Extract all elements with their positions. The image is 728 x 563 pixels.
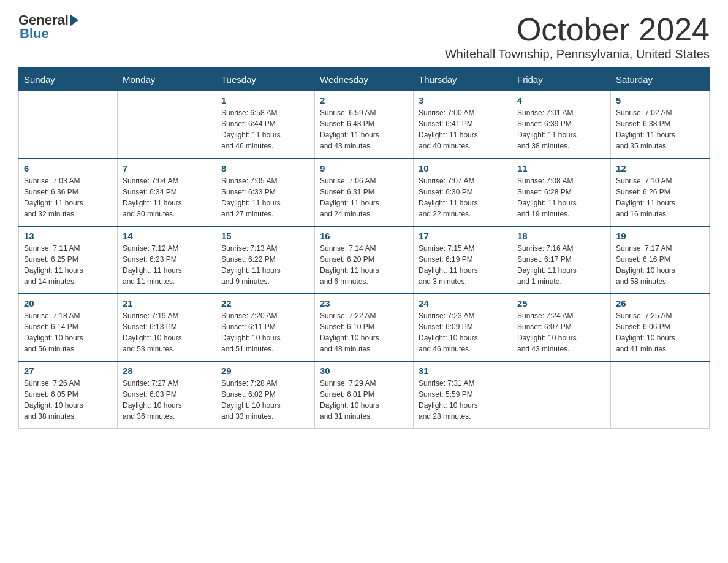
day-info: Sunrise: 7:12 AMSunset: 6:23 PMDaylight:… bbox=[123, 243, 211, 287]
logo-arrow-icon bbox=[70, 14, 78, 26]
day-info: Sunrise: 7:06 AMSunset: 6:31 PMDaylight:… bbox=[320, 175, 408, 220]
calendar-cell: 5Sunrise: 7:02 AMSunset: 6:38 PMDaylight… bbox=[611, 91, 710, 159]
calendar-cell bbox=[611, 361, 710, 429]
calendar-cell: 31Sunrise: 7:31 AMSunset: 5:59 PMDayligh… bbox=[414, 361, 512, 429]
day-number: 21 bbox=[123, 298, 211, 308]
calendar-cell: 26Sunrise: 7:25 AMSunset: 6:06 PMDayligh… bbox=[611, 294, 710, 361]
calendar-week-row: 20Sunrise: 7:18 AMSunset: 6:14 PMDayligh… bbox=[19, 294, 710, 361]
calendar-cell: 2Sunrise: 6:59 AMSunset: 6:43 PMDaylight… bbox=[315, 91, 414, 159]
day-number: 15 bbox=[221, 231, 309, 241]
calendar-cell: 27Sunrise: 7:26 AMSunset: 6:05 PMDayligh… bbox=[19, 361, 118, 429]
weekday-header-thursday: Thursday bbox=[414, 68, 512, 91]
calendar-cell bbox=[118, 91, 216, 159]
day-info: Sunrise: 7:07 AMSunset: 6:30 PMDaylight:… bbox=[419, 175, 507, 220]
page-header: General Blue October 2024 Whitehall Town… bbox=[18, 12, 710, 61]
weekday-header-monday: Monday bbox=[118, 68, 216, 91]
calendar-cell: 29Sunrise: 7:28 AMSunset: 6:02 PMDayligh… bbox=[216, 361, 315, 429]
day-info: Sunrise: 7:17 AMSunset: 6:16 PMDaylight:… bbox=[616, 243, 704, 287]
day-number: 12 bbox=[616, 163, 704, 174]
calendar-cell: 21Sunrise: 7:19 AMSunset: 6:13 PMDayligh… bbox=[118, 294, 216, 361]
day-info: Sunrise: 7:29 AMSunset: 6:01 PMDaylight:… bbox=[320, 378, 408, 422]
calendar-cell: 1Sunrise: 6:58 AMSunset: 6:44 PMDaylight… bbox=[216, 91, 315, 159]
calendar-cell: 4Sunrise: 7:01 AMSunset: 6:39 PMDaylight… bbox=[512, 91, 611, 159]
day-number: 22 bbox=[221, 298, 309, 308]
calendar-cell: 7Sunrise: 7:04 AMSunset: 6:34 PMDaylight… bbox=[118, 159, 216, 226]
day-number: 4 bbox=[517, 95, 605, 105]
calendar-cell: 13Sunrise: 7:11 AMSunset: 6:25 PMDayligh… bbox=[19, 226, 118, 294]
day-number: 19 bbox=[616, 231, 704, 241]
month-title: October 2024 bbox=[445, 12, 710, 47]
calendar-cell: 12Sunrise: 7:10 AMSunset: 6:26 PMDayligh… bbox=[611, 159, 710, 226]
day-number: 17 bbox=[419, 231, 507, 241]
day-info: Sunrise: 7:08 AMSunset: 6:28 PMDaylight:… bbox=[517, 175, 605, 220]
day-number: 24 bbox=[419, 298, 507, 308]
day-number: 14 bbox=[123, 231, 211, 241]
day-info: Sunrise: 7:03 AMSunset: 6:36 PMDaylight:… bbox=[24, 175, 112, 220]
day-number: 23 bbox=[320, 298, 408, 308]
logo: General Blue bbox=[18, 12, 80, 42]
day-number: 31 bbox=[419, 366, 507, 376]
day-number: 5 bbox=[616, 95, 704, 105]
calendar-cell: 11Sunrise: 7:08 AMSunset: 6:28 PMDayligh… bbox=[512, 159, 611, 226]
day-info: Sunrise: 7:20 AMSunset: 6:11 PMDaylight:… bbox=[221, 310, 309, 354]
calendar-cell bbox=[19, 91, 118, 159]
weekday-header-wednesday: Wednesday bbox=[315, 68, 414, 91]
day-number: 30 bbox=[320, 366, 408, 376]
calendar-cell: 30Sunrise: 7:29 AMSunset: 6:01 PMDayligh… bbox=[315, 361, 414, 429]
day-info: Sunrise: 7:26 AMSunset: 6:05 PMDaylight:… bbox=[24, 378, 112, 422]
weekday-header-row: SundayMondayTuesdayWednesdayThursdayFrid… bbox=[19, 68, 710, 91]
calendar-cell: 3Sunrise: 7:00 AMSunset: 6:41 PMDaylight… bbox=[414, 91, 512, 159]
day-info: Sunrise: 7:23 AMSunset: 6:09 PMDaylight:… bbox=[419, 310, 507, 354]
calendar-week-row: 27Sunrise: 7:26 AMSunset: 6:05 PMDayligh… bbox=[19, 361, 710, 429]
weekday-header-tuesday: Tuesday bbox=[216, 68, 315, 91]
calendar-cell bbox=[512, 361, 611, 429]
calendar-cell: 6Sunrise: 7:03 AMSunset: 6:36 PMDaylight… bbox=[19, 159, 118, 226]
day-number: 28 bbox=[123, 366, 211, 376]
day-number: 20 bbox=[24, 298, 112, 308]
day-number: 29 bbox=[221, 366, 309, 376]
weekday-header-friday: Friday bbox=[512, 68, 611, 91]
title-block: October 2024 Whitehall Township, Pennsyl… bbox=[445, 12, 710, 61]
day-number: 25 bbox=[517, 298, 605, 308]
day-number: 27 bbox=[24, 366, 112, 376]
calendar-week-row: 13Sunrise: 7:11 AMSunset: 6:25 PMDayligh… bbox=[19, 226, 710, 294]
day-number: 13 bbox=[24, 231, 112, 241]
day-info: Sunrise: 7:10 AMSunset: 6:26 PMDaylight:… bbox=[616, 175, 704, 220]
day-info: Sunrise: 7:15 AMSunset: 6:19 PMDaylight:… bbox=[419, 243, 507, 287]
day-info: Sunrise: 7:14 AMSunset: 6:20 PMDaylight:… bbox=[320, 243, 408, 287]
day-info: Sunrise: 7:31 AMSunset: 5:59 PMDaylight:… bbox=[419, 378, 507, 422]
calendar-cell: 20Sunrise: 7:18 AMSunset: 6:14 PMDayligh… bbox=[19, 294, 118, 361]
calendar-week-row: 6Sunrise: 7:03 AMSunset: 6:36 PMDaylight… bbox=[19, 159, 710, 226]
day-number: 16 bbox=[320, 231, 408, 241]
day-number: 26 bbox=[616, 298, 704, 308]
calendar-cell: 8Sunrise: 7:05 AMSunset: 6:33 PMDaylight… bbox=[216, 159, 315, 226]
day-info: Sunrise: 7:27 AMSunset: 6:03 PMDaylight:… bbox=[123, 378, 211, 422]
location-title: Whitehall Township, Pennsylvania, United… bbox=[445, 47, 710, 61]
calendar-cell: 15Sunrise: 7:13 AMSunset: 6:22 PMDayligh… bbox=[216, 226, 315, 294]
calendar-cell: 22Sunrise: 7:20 AMSunset: 6:11 PMDayligh… bbox=[216, 294, 315, 361]
calendar-cell: 23Sunrise: 7:22 AMSunset: 6:10 PMDayligh… bbox=[315, 294, 414, 361]
day-info: Sunrise: 7:25 AMSunset: 6:06 PMDaylight:… bbox=[616, 310, 704, 354]
day-number: 10 bbox=[419, 163, 507, 174]
calendar-cell: 19Sunrise: 7:17 AMSunset: 6:16 PMDayligh… bbox=[611, 226, 710, 294]
calendar-week-row: 1Sunrise: 6:58 AMSunset: 6:44 PMDaylight… bbox=[19, 91, 710, 159]
day-number: 2 bbox=[320, 95, 408, 105]
calendar-table: SundayMondayTuesdayWednesdayThursdayFrid… bbox=[18, 67, 710, 429]
day-info: Sunrise: 7:16 AMSunset: 6:17 PMDaylight:… bbox=[517, 243, 605, 287]
weekday-header-sunday: Sunday bbox=[19, 68, 118, 91]
day-number: 3 bbox=[419, 95, 507, 105]
day-info: Sunrise: 7:00 AMSunset: 6:41 PMDaylight:… bbox=[419, 107, 507, 151]
day-info: Sunrise: 7:19 AMSunset: 6:13 PMDaylight:… bbox=[123, 310, 211, 354]
calendar-cell: 16Sunrise: 7:14 AMSunset: 6:20 PMDayligh… bbox=[315, 226, 414, 294]
calendar-cell: 24Sunrise: 7:23 AMSunset: 6:09 PMDayligh… bbox=[414, 294, 512, 361]
calendar-cell: 17Sunrise: 7:15 AMSunset: 6:19 PMDayligh… bbox=[414, 226, 512, 294]
day-info: Sunrise: 6:58 AMSunset: 6:44 PMDaylight:… bbox=[221, 107, 309, 151]
day-info: Sunrise: 6:59 AMSunset: 6:43 PMDaylight:… bbox=[320, 107, 408, 151]
calendar-cell: 28Sunrise: 7:27 AMSunset: 6:03 PMDayligh… bbox=[118, 361, 216, 429]
day-info: Sunrise: 7:05 AMSunset: 6:33 PMDaylight:… bbox=[221, 175, 309, 220]
day-number: 11 bbox=[517, 163, 605, 174]
calendar-cell: 18Sunrise: 7:16 AMSunset: 6:17 PMDayligh… bbox=[512, 226, 611, 294]
day-info: Sunrise: 7:02 AMSunset: 6:38 PMDaylight:… bbox=[616, 107, 704, 151]
day-info: Sunrise: 7:13 AMSunset: 6:22 PMDaylight:… bbox=[221, 243, 309, 287]
day-number: 1 bbox=[221, 95, 309, 105]
